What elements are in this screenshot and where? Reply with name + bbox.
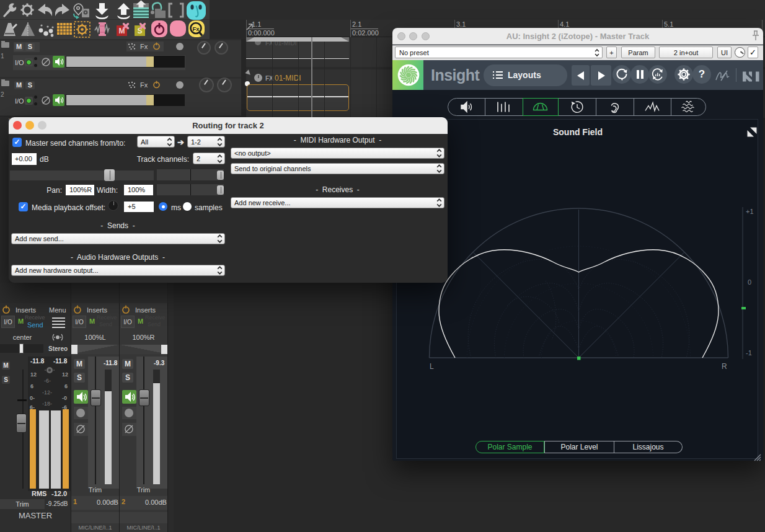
svg-text:L: L [430, 362, 434, 371]
svg-text:-1: -1 [746, 349, 752, 357]
svg-text:+1: +1 [746, 208, 754, 215]
svg-text:Fx: Fx [192, 25, 200, 32]
svg-text:R: R [722, 362, 727, 371]
svg-text:0: 0 [748, 278, 751, 286]
